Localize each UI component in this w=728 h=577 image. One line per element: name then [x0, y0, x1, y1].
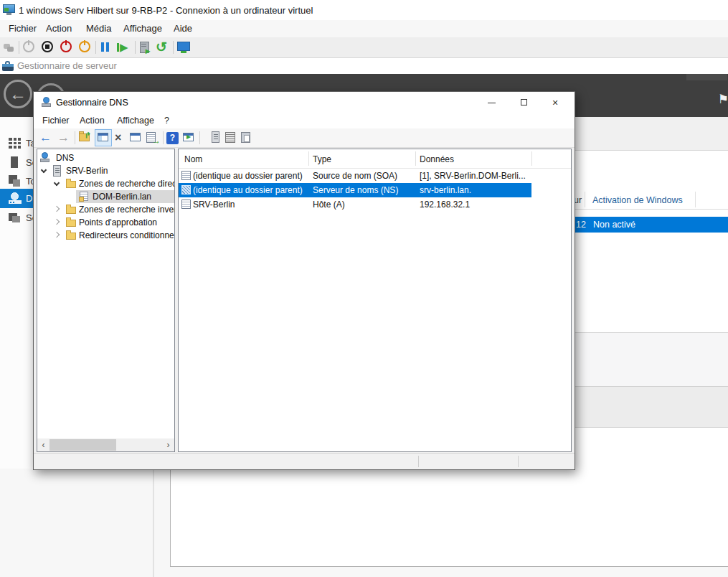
record-row-soa[interactable]: (identique au dossier parent) Source de …	[179, 169, 571, 183]
vm-titlebar: 1 windows Serv Hilbert sur 9-RB-P2 - Con…	[0, 0, 728, 20]
tree-item-reverse-zones[interactable]: Zones de recherche inver	[37, 203, 174, 216]
back-arrow-icon: ←	[9, 84, 27, 103]
folder-icon	[66, 207, 76, 214]
console-window-button[interactable]: ▶	[183, 131, 195, 144]
vm-window-title: 1 windows Serv Hilbert sur 9-RB-P2 - Con…	[19, 5, 313, 16]
sm-section-band	[574, 427, 728, 469]
forward-button[interactable]: →	[57, 131, 70, 144]
resume-button[interactable]: ▶	[117, 41, 130, 54]
column-header-nom[interactable]: Nom	[184, 154, 202, 164]
server-manager-icon	[2, 61, 14, 71]
column-header-donnees[interactable]: Données	[420, 154, 454, 164]
sm-section-band	[574, 386, 728, 427]
help-button[interactable]: ?	[166, 132, 179, 144]
navband-accent	[686, 74, 727, 80]
nav-back-button[interactable]: ←	[4, 80, 32, 108]
dns-statusbar	[34, 453, 575, 469]
dns-manager-icon	[42, 97, 52, 108]
statusbar-divider	[418, 456, 419, 467]
column-divider[interactable]	[531, 151, 532, 166]
dns-titlebar[interactable]: Gestionnaire DNS ×	[34, 92, 575, 113]
vm-menu-action[interactable]: Action	[46, 23, 72, 34]
maximize-button[interactable]	[508, 92, 541, 113]
server-row-cell-partial: 12	[576, 220, 586, 230]
header-divider	[695, 192, 696, 207]
back-button[interactable]: ←	[39, 131, 52, 144]
toolbar-separator	[95, 41, 96, 54]
chevron-collapsed-icon[interactable]	[54, 219, 60, 225]
horizontal-scrollbar[interactable]: ‹ ›	[37, 438, 174, 451]
dns-menu-affichage[interactable]: Affichage	[117, 116, 154, 126]
export-list-button[interactable]: →	[146, 131, 158, 144]
chevron-expanded-icon[interactable]	[54, 180, 60, 186]
sm-toolbar-strip	[574, 117, 728, 151]
ctrl-alt-del-button[interactable]	[3, 41, 16, 54]
delete-button[interactable]: ×	[115, 131, 121, 144]
chevron-collapsed-icon[interactable]	[54, 206, 60, 212]
sidebar-item-local-server[interactable]: Se	[0, 153, 34, 172]
zone-icon	[80, 192, 88, 201]
dns-records-list: Nom Type Données (identique au dossier p…	[178, 149, 572, 452]
up-level-button[interactable]: ↱	[79, 131, 92, 144]
column-divider[interactable]	[308, 151, 309, 166]
column-header-windows-activation[interactable]: Activation de Windows	[592, 195, 683, 205]
properties-button[interactable]	[130, 131, 141, 144]
power-button-disabled	[23, 41, 36, 54]
sidebar-item-dashboard[interactable]: Ta	[0, 133, 34, 153]
header-divider	[585, 192, 585, 207]
server-tool-button[interactable]	[212, 131, 219, 143]
dashboard-icon	[9, 138, 21, 149]
clipboard-button[interactable]	[241, 132, 250, 143]
power-off-button[interactable]	[60, 41, 73, 54]
dns-menu-fichier[interactable]: Fichier	[42, 116, 70, 126]
notification-flag-icon[interactable]: ⚑	[718, 92, 728, 107]
vm-menu-affichage[interactable]: Affichage	[123, 23, 162, 34]
record-row-host-a[interactable]: SRV-Berlin Hôte (A) 192.168.32.1	[179, 197, 571, 212]
scroll-right-button[interactable]: ›	[162, 438, 174, 451]
scroll-left-button[interactable]: ‹	[37, 438, 49, 451]
chevron-expanded-icon[interactable]	[41, 167, 47, 173]
tree-item-conditional-forwarders[interactable]: Redirecteurs conditionne	[37, 229, 174, 242]
close-button[interactable]: ×	[541, 92, 574, 113]
sidebar-item-dns[interactable]: D	[0, 189, 34, 208]
shutdown-button[interactable]	[79, 41, 92, 54]
sidebar-item-file-storage-services[interactable]: Se	[0, 208, 34, 227]
toolbar-separator	[199, 131, 200, 144]
screen: 1 windows Serv Hilbert sur 9-RB-P2 - Con…	[0, 0, 728, 577]
dns-manager-window: Gestionnaire DNS × Fichier Action Affich…	[33, 91, 575, 470]
console-tree-toggle-button[interactable]	[95, 129, 112, 146]
vm-menu-aide[interactable]: Aide	[174, 23, 192, 34]
checkpoint-button[interactable]: ▸	[139, 41, 152, 54]
column-divider[interactable]	[415, 151, 416, 166]
tree-item-trust-points[interactable]: Points d'approbation	[37, 216, 174, 229]
tree-item-srv-berlin[interactable]: SRV-Berlin	[37, 164, 174, 177]
hyperv-logo-icon	[3, 4, 15, 15]
toolbar-separator	[163, 131, 164, 144]
record-icon-selected	[181, 185, 191, 194]
statusbar-divider	[518, 456, 519, 467]
dns-menu-help[interactable]: ?	[164, 116, 169, 126]
server-icon	[53, 165, 61, 177]
record-list-button[interactable]	[225, 132, 235, 143]
chevron-collapsed-icon[interactable]	[54, 232, 60, 238]
pause-button[interactable]	[100, 41, 113, 54]
sidebar-item-all-servers[interactable]: To	[0, 172, 34, 191]
vm-menu-fichier[interactable]: Fichier	[9, 23, 37, 34]
revert-button[interactable]: ↺	[156, 41, 169, 54]
stop-button[interactable]	[42, 41, 55, 54]
dns-root-icon	[40, 152, 50, 163]
folder-icon	[66, 233, 76, 240]
tree-item-dom-berlin-lan[interactable]: DOM-Berlin.lan	[37, 190, 174, 203]
tree-item-forward-zones[interactable]: Zones de recherche direc	[37, 177, 174, 190]
toolbar-separator	[19, 41, 19, 54]
scrollbar-thumb[interactable]	[49, 439, 116, 451]
enhanced-session-button[interactable]	[177, 41, 190, 54]
tree-item-dns-root[interactable]: DNS	[37, 151, 174, 164]
dns-menu-action[interactable]: Action	[80, 116, 105, 126]
column-header-type[interactable]: Type	[313, 154, 331, 164]
record-row-ns-selected[interactable]: (identique au dossier parent) Serveur de…	[179, 183, 531, 197]
vm-menu-media[interactable]: Média	[86, 23, 111, 34]
minimize-button[interactable]	[475, 92, 508, 113]
sm-content-strip	[574, 151, 728, 190]
dns-window-title: Gestionnaire DNS	[56, 98, 128, 108]
